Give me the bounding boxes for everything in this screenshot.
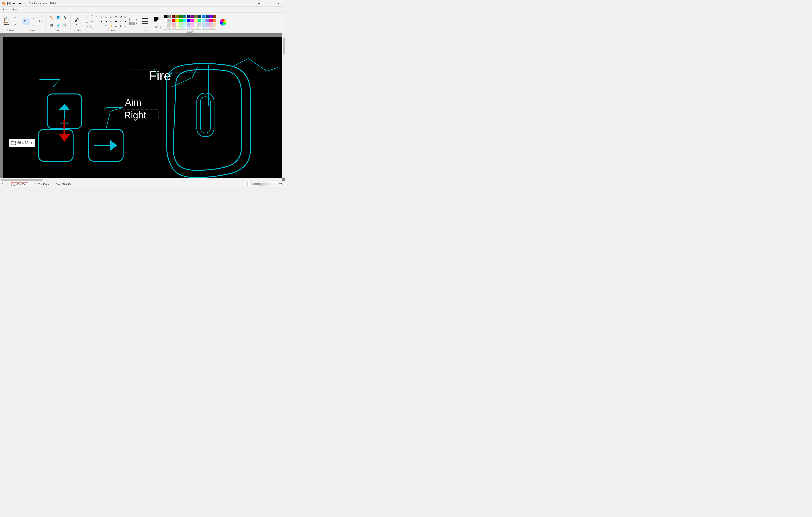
swatch-dgreen[interactable] xyxy=(179,15,182,18)
shape-rounded-rect2[interactable]: ⬬ xyxy=(114,19,118,24)
shape-4point[interactable]: ✦ xyxy=(99,19,104,24)
shape-oval2[interactable]: ⬭ xyxy=(94,24,99,29)
color-wheel[interactable] xyxy=(220,19,226,26)
shape-misc2[interactable]: ⊕ xyxy=(118,24,123,29)
swatch-dblue[interactable] xyxy=(187,15,190,18)
swatch-orange[interactable] xyxy=(213,19,216,22)
swatch-cyan[interactable] xyxy=(183,19,186,22)
shape-hexagon[interactable]: ⬡ xyxy=(123,14,128,19)
outline-selector[interactable] xyxy=(129,18,135,21)
canvas[interactable]: Fire Aim Right xyxy=(3,37,282,181)
swatch-pg2[interactable] xyxy=(198,23,201,26)
resize-button[interactable]: ⤡ xyxy=(30,22,36,28)
pencil-button[interactable]: ✏️ xyxy=(48,14,55,21)
swatch-red[interactable] xyxy=(172,19,175,22)
swatch-w4b[interactable] xyxy=(194,26,198,30)
swatch-dteal[interactable] xyxy=(183,15,186,18)
swatch-gr4[interactable] xyxy=(179,26,182,30)
swatch-lyellow[interactable] xyxy=(194,19,198,22)
save-button[interactable]: 💾 xyxy=(6,1,11,6)
swatch-pb1[interactable] xyxy=(187,23,190,26)
swatch-o4b[interactable] xyxy=(213,26,216,30)
h-scrollbar-thumb[interactable] xyxy=(1,179,42,181)
swatch-g4b[interactable] xyxy=(198,26,201,30)
shape-pentagon[interactable]: ⬠ xyxy=(118,14,123,19)
shape-rounded-rect[interactable]: ▢ xyxy=(104,14,109,19)
minimize-button[interactable]: ─ xyxy=(255,0,264,7)
swatch-b4b[interactable] xyxy=(202,26,205,30)
rotate-button[interactable]: ↻ xyxy=(37,18,44,25)
swatch-black[interactable] xyxy=(164,15,168,18)
magnify-button[interactable]: 🔍 xyxy=(62,22,68,28)
close-button[interactable]: ✕ xyxy=(274,0,283,7)
shape-curve[interactable]: ⌒ xyxy=(89,14,94,19)
swatch-v4b[interactable] xyxy=(205,26,209,30)
zoom-in-button[interactable]: + xyxy=(272,182,276,186)
swatch-pr1[interactable] xyxy=(172,23,175,26)
redo-button[interactable]: ↪ xyxy=(17,1,22,6)
swatch-p4b[interactable] xyxy=(209,26,212,30)
swatch-yellow[interactable] xyxy=(175,19,179,22)
swatch-w4[interactable] xyxy=(164,26,168,30)
text-button[interactable]: A xyxy=(62,14,68,21)
swatch-white[interactable] xyxy=(164,19,168,22)
swatch-brown[interactable] xyxy=(213,15,216,18)
v-scrollbar-thumb[interactable] xyxy=(283,37,285,54)
swatch-dteal2[interactable] xyxy=(198,15,201,18)
swatch-pink[interactable] xyxy=(209,19,212,22)
shape-5point[interactable]: ★ xyxy=(104,19,109,24)
menu-file[interactable]: File xyxy=(1,7,9,12)
shape-6point[interactable]: ✶ xyxy=(109,19,113,24)
eraser-button[interactable]: ◫ xyxy=(48,22,55,28)
shape-talk[interactable]: 💬 xyxy=(89,24,94,29)
swatch-pw2[interactable] xyxy=(194,23,198,26)
swatch-lgreen[interactable] xyxy=(198,19,201,22)
copy-button[interactable]: ⎘ xyxy=(12,22,18,28)
color2-box[interactable] xyxy=(157,20,161,24)
cut-button[interactable]: ✂ xyxy=(12,14,18,21)
swatch-pp2[interactable] xyxy=(209,23,212,26)
swatch-lime[interactable] xyxy=(179,19,182,22)
swatch-navy[interactable] xyxy=(205,15,209,18)
size-line-4[interactable] xyxy=(142,23,148,24)
color-picker-button[interactable]: 💧 xyxy=(55,22,62,28)
swatch-pv2[interactable] xyxy=(205,23,209,26)
swatch-g1[interactable] xyxy=(168,23,171,26)
swatch-b4[interactable] xyxy=(187,26,190,30)
swatch-olive2[interactable] xyxy=(194,15,198,18)
size-line-2[interactable] xyxy=(142,20,148,20)
swatch-dpurple[interactable] xyxy=(191,15,194,18)
swatch-blue[interactable] xyxy=(187,19,190,22)
swatch-m4[interactable] xyxy=(191,26,194,30)
vertical-scrollbar[interactable] xyxy=(282,33,285,178)
select-button[interactable]: ⬚ xyxy=(22,18,29,25)
fill-selector[interactable] xyxy=(129,22,135,25)
swatch-azure[interactable] xyxy=(202,15,205,18)
swatch-pb2[interactable] xyxy=(202,23,205,26)
swatch-r4[interactable] xyxy=(172,26,175,30)
menu-view[interactable]: View xyxy=(9,7,19,12)
swatch-g4[interactable] xyxy=(168,26,171,30)
swatch-dgray[interactable] xyxy=(168,15,171,18)
shape-triangle[interactable]: △ xyxy=(109,14,113,19)
restore-button[interactable]: ❐ xyxy=(264,0,274,7)
swatch-lgray[interactable] xyxy=(168,19,171,22)
undo-button[interactable]: ↩ xyxy=(12,1,17,6)
swatch-y4[interactable] xyxy=(175,26,179,30)
paste-button[interactable]: 📋 Paste xyxy=(2,16,11,27)
fill-button[interactable]: 🪣 xyxy=(55,14,62,21)
shape-diamond[interactable]: ◇ xyxy=(114,14,118,19)
shape-lightning[interactable]: ⚡ xyxy=(109,24,113,29)
shape-arrow-right[interactable]: → xyxy=(118,19,123,24)
swatch-lviolet[interactable] xyxy=(205,19,209,22)
shape-right-triangle[interactable]: ◺ xyxy=(85,19,89,24)
swatch-pm1[interactable] xyxy=(191,23,194,26)
swatch-dolive[interactable] xyxy=(175,15,179,18)
shape-star3[interactable]: ☆ xyxy=(85,24,89,29)
shape-line[interactable]: ╱ xyxy=(85,14,89,19)
swatch-po2[interactable] xyxy=(213,23,216,26)
shape-rect[interactable]: □ xyxy=(99,14,104,19)
swatch-lcyan[interactable] xyxy=(202,19,205,22)
swatch-magenta[interactable] xyxy=(191,19,194,22)
shape-parallelogram[interactable]: ▱ xyxy=(89,19,94,24)
